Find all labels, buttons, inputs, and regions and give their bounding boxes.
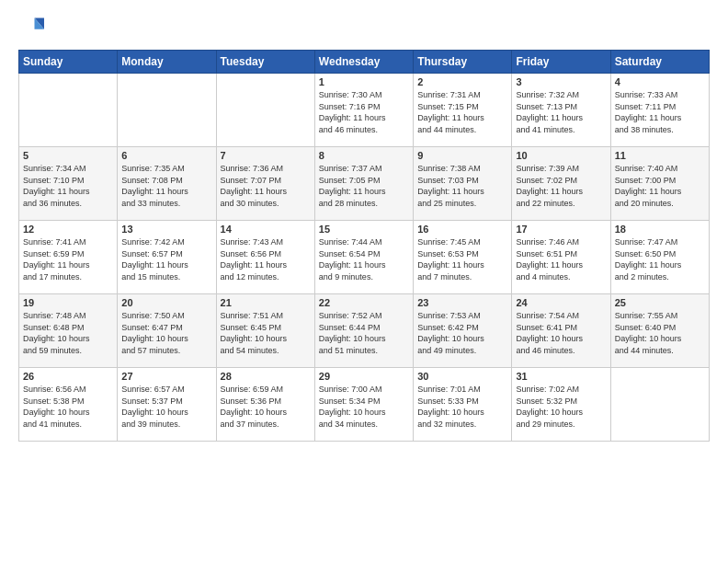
header <box>18 15 710 40</box>
calendar-cell: 12Sunrise: 7:41 AM Sunset: 6:59 PM Dayli… <box>19 221 118 294</box>
calendar-cell: 2Sunrise: 7:31 AM Sunset: 7:15 PM Daylig… <box>414 74 512 147</box>
calendar-cell: 27Sunrise: 6:57 AM Sunset: 5:37 PM Dayli… <box>118 368 216 442</box>
day-info: Sunrise: 7:44 AM Sunset: 6:54 PM Dayligh… <box>319 236 409 282</box>
calendar-cell <box>216 74 314 147</box>
calendar-cell: 5Sunrise: 7:34 AM Sunset: 7:10 PM Daylig… <box>19 147 118 221</box>
logo <box>18 15 48 40</box>
calendar-cell: 8Sunrise: 7:37 AM Sunset: 7:05 PM Daylig… <box>314 147 413 221</box>
day-info: Sunrise: 7:43 AM Sunset: 6:56 PM Dayligh… <box>221 236 311 282</box>
day-number: 17 <box>516 224 606 235</box>
day-number: 8 <box>319 150 409 161</box>
day-info: Sunrise: 7:32 AM Sunset: 7:13 PM Dayligh… <box>516 89 606 135</box>
calendar-cell: 15Sunrise: 7:44 AM Sunset: 6:54 PM Dayli… <box>314 221 413 294</box>
day-info: Sunrise: 7:46 AM Sunset: 6:51 PM Dayligh… <box>516 236 606 282</box>
day-number: 1 <box>319 76 409 87</box>
calendar-cell: 26Sunrise: 6:56 AM Sunset: 5:38 PM Dayli… <box>19 368 118 442</box>
calendar-cell: 17Sunrise: 7:46 AM Sunset: 6:51 PM Dayli… <box>512 221 610 294</box>
calendar-cell: 6Sunrise: 7:35 AM Sunset: 7:08 PM Daylig… <box>118 147 216 221</box>
day-info: Sunrise: 7:41 AM Sunset: 6:59 PM Dayligh… <box>23 236 113 282</box>
weekday-header-monday: Monday <box>118 51 216 74</box>
calendar-cell: 11Sunrise: 7:40 AM Sunset: 7:00 PM Dayli… <box>610 147 709 221</box>
day-number: 7 <box>221 150 311 161</box>
day-info: Sunrise: 6:57 AM Sunset: 5:37 PM Dayligh… <box>121 384 211 430</box>
calendar-cell: 23Sunrise: 7:53 AM Sunset: 6:42 PM Dayli… <box>414 294 512 368</box>
day-info: Sunrise: 7:54 AM Sunset: 6:41 PM Dayligh… <box>516 310 606 356</box>
day-number: 20 <box>121 297 211 308</box>
day-number: 30 <box>417 371 507 382</box>
day-number: 22 <box>319 297 409 308</box>
calendar-cell: 4Sunrise: 7:33 AM Sunset: 7:11 PM Daylig… <box>610 74 709 147</box>
day-number: 11 <box>615 150 705 161</box>
weekday-header-tuesday: Tuesday <box>216 51 314 74</box>
day-number: 27 <box>121 371 211 382</box>
weekday-header-wednesday: Wednesday <box>314 51 413 74</box>
calendar-cell: 31Sunrise: 7:02 AM Sunset: 5:32 PM Dayli… <box>512 368 610 442</box>
day-info: Sunrise: 7:31 AM Sunset: 7:15 PM Dayligh… <box>417 89 507 135</box>
calendar-week-3: 12Sunrise: 7:41 AM Sunset: 6:59 PM Dayli… <box>19 221 710 294</box>
day-number: 31 <box>516 371 606 382</box>
calendar-cell <box>610 368 709 442</box>
calendar-cell: 24Sunrise: 7:54 AM Sunset: 6:41 PM Dayli… <box>512 294 610 368</box>
day-number: 23 <box>417 297 507 308</box>
day-info: Sunrise: 7:00 AM Sunset: 5:34 PM Dayligh… <box>319 384 409 430</box>
day-number: 13 <box>121 224 211 235</box>
calendar-cell <box>19 74 118 147</box>
day-info: Sunrise: 7:51 AM Sunset: 6:45 PM Dayligh… <box>221 310 311 356</box>
day-number: 4 <box>615 76 705 87</box>
weekday-header-thursday: Thursday <box>414 51 512 74</box>
calendar-cell: 14Sunrise: 7:43 AM Sunset: 6:56 PM Dayli… <box>216 221 314 294</box>
day-number: 28 <box>221 371 311 382</box>
day-info: Sunrise: 7:55 AM Sunset: 6:40 PM Dayligh… <box>615 310 705 356</box>
calendar-cell: 7Sunrise: 7:36 AM Sunset: 7:07 PM Daylig… <box>216 147 314 221</box>
day-info: Sunrise: 7:42 AM Sunset: 6:57 PM Dayligh… <box>121 236 211 282</box>
day-number: 18 <box>615 224 705 235</box>
calendar-page: SundayMondayTuesdayWednesdayThursdayFrid… <box>0 0 728 563</box>
day-info: Sunrise: 7:39 AM Sunset: 7:02 PM Dayligh… <box>516 163 606 209</box>
calendar-cell: 13Sunrise: 7:42 AM Sunset: 6:57 PM Dayli… <box>118 221 216 294</box>
calendar-cell: 25Sunrise: 7:55 AM Sunset: 6:40 PM Dayli… <box>610 294 709 368</box>
calendar-cell: 20Sunrise: 7:50 AM Sunset: 6:47 PM Dayli… <box>118 294 216 368</box>
day-info: Sunrise: 7:52 AM Sunset: 6:44 PM Dayligh… <box>319 310 409 356</box>
day-info: Sunrise: 7:48 AM Sunset: 6:48 PM Dayligh… <box>23 310 113 356</box>
weekday-header-saturday: Saturday <box>610 51 709 74</box>
day-info: Sunrise: 7:02 AM Sunset: 5:32 PM Dayligh… <box>516 384 606 430</box>
calendar-cell: 3Sunrise: 7:32 AM Sunset: 7:13 PM Daylig… <box>512 74 610 147</box>
calendar-week-1: 1Sunrise: 7:30 AM Sunset: 7:16 PM Daylig… <box>19 74 710 147</box>
day-number: 15 <box>319 224 409 235</box>
calendar-cell: 9Sunrise: 7:38 AM Sunset: 7:03 PM Daylig… <box>414 147 512 221</box>
day-number: 29 <box>319 371 409 382</box>
calendar-cell: 1Sunrise: 7:30 AM Sunset: 7:16 PM Daylig… <box>314 74 413 147</box>
calendar-week-5: 26Sunrise: 6:56 AM Sunset: 5:38 PM Dayli… <box>19 368 710 442</box>
weekday-row: SundayMondayTuesdayWednesdayThursdayFrid… <box>19 51 710 74</box>
day-info: Sunrise: 6:56 AM Sunset: 5:38 PM Dayligh… <box>23 384 113 430</box>
logo-icon <box>18 15 44 40</box>
calendar-cell: 22Sunrise: 7:52 AM Sunset: 6:44 PM Dayli… <box>314 294 413 368</box>
calendar-cell: 28Sunrise: 6:59 AM Sunset: 5:36 PM Dayli… <box>216 368 314 442</box>
day-number: 19 <box>23 297 113 308</box>
calendar-header: SundayMondayTuesdayWednesdayThursdayFrid… <box>19 51 710 74</box>
calendar-cell: 10Sunrise: 7:39 AM Sunset: 7:02 PM Dayli… <box>512 147 610 221</box>
calendar-body: 1Sunrise: 7:30 AM Sunset: 7:16 PM Daylig… <box>19 74 710 442</box>
day-info: Sunrise: 7:35 AM Sunset: 7:08 PM Dayligh… <box>121 163 211 209</box>
day-info: Sunrise: 7:33 AM Sunset: 7:11 PM Dayligh… <box>615 89 705 135</box>
calendar-cell: 30Sunrise: 7:01 AM Sunset: 5:33 PM Dayli… <box>414 368 512 442</box>
day-number: 14 <box>221 224 311 235</box>
day-info: Sunrise: 7:37 AM Sunset: 7:05 PM Dayligh… <box>319 163 409 209</box>
day-info: Sunrise: 6:59 AM Sunset: 5:36 PM Dayligh… <box>221 384 311 430</box>
day-number: 6 <box>121 150 211 161</box>
calendar-cell: 18Sunrise: 7:47 AM Sunset: 6:50 PM Dayli… <box>610 221 709 294</box>
calendar-week-2: 5Sunrise: 7:34 AM Sunset: 7:10 PM Daylig… <box>19 147 710 221</box>
calendar-cell: 19Sunrise: 7:48 AM Sunset: 6:48 PM Dayli… <box>19 294 118 368</box>
day-number: 16 <box>417 224 507 235</box>
calendar-cell <box>118 74 216 147</box>
day-number: 5 <box>23 150 113 161</box>
day-info: Sunrise: 7:01 AM Sunset: 5:33 PM Dayligh… <box>417 384 507 430</box>
day-info: Sunrise: 7:53 AM Sunset: 6:42 PM Dayligh… <box>417 310 507 356</box>
day-number: 26 <box>23 371 113 382</box>
calendar-cell: 29Sunrise: 7:00 AM Sunset: 5:34 PM Dayli… <box>314 368 413 442</box>
calendar-cell: 16Sunrise: 7:45 AM Sunset: 6:53 PM Dayli… <box>414 221 512 294</box>
day-number: 25 <box>615 297 705 308</box>
day-info: Sunrise: 7:45 AM Sunset: 6:53 PM Dayligh… <box>417 236 507 282</box>
day-info: Sunrise: 7:40 AM Sunset: 7:00 PM Dayligh… <box>615 163 705 209</box>
day-number: 21 <box>221 297 311 308</box>
